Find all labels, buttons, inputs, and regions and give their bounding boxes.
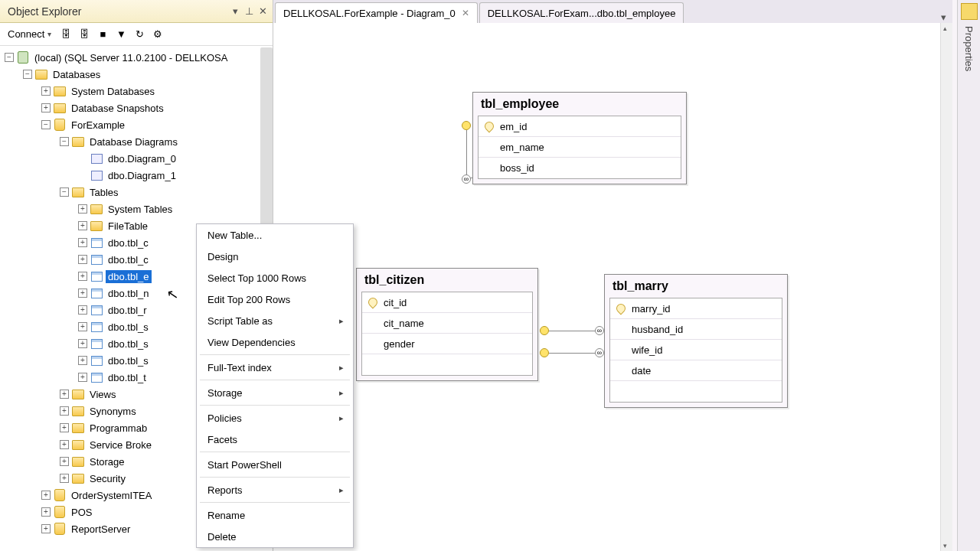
expand-icon[interactable]: + bbox=[41, 524, 51, 533]
databases-node[interactable]: −Databases bbox=[0, 66, 273, 83]
folder-icon bbox=[72, 186, 84, 198]
table-column[interactable]: husband_id bbox=[610, 319, 782, 340]
snapshots-node[interactable]: +Database Snapshots bbox=[0, 99, 273, 116]
collapse-icon[interactable]: − bbox=[60, 137, 69, 146]
properties-label[interactable]: Properties bbox=[963, 26, 975, 71]
table-column[interactable]: cit_name bbox=[362, 313, 532, 334]
server-node[interactable]: −(local) (SQL Server 11.0.2100 - DELLKOS… bbox=[0, 49, 273, 66]
ctx-new-table[interactable]: New Table... bbox=[197, 224, 353, 246]
dbdiag-node[interactable]: −Database Diagrams bbox=[0, 133, 273, 150]
expand-icon[interactable]: + bbox=[78, 255, 87, 264]
database-icon bbox=[54, 119, 66, 131]
expand-icon[interactable]: + bbox=[60, 390, 69, 399]
collapse-icon[interactable]: − bbox=[41, 120, 51, 129]
expand-icon[interactable]: + bbox=[60, 440, 69, 449]
node-label: dbo.tbl_t bbox=[106, 371, 149, 384]
ctx-storage[interactable]: Storage bbox=[197, 382, 353, 403]
diagram-table-marry[interactable]: tbl_marry marry_id husband_id wife_id da… bbox=[604, 274, 788, 408]
ctx-design[interactable]: Design bbox=[197, 246, 353, 267]
folder-icon bbox=[72, 472, 84, 484]
table-column[interactable]: em_name bbox=[479, 137, 681, 158]
table-icon bbox=[90, 354, 103, 367]
expand-icon[interactable]: + bbox=[60, 406, 69, 416]
ctx-edit-top-200[interactable]: Edit Top 200 Rows bbox=[197, 289, 353, 310]
ctx-reports[interactable]: Reports bbox=[197, 479, 353, 500]
ctx-view-dependencies[interactable]: View Dependencies bbox=[197, 331, 353, 353]
ctx-delete[interactable]: Delete bbox=[197, 526, 353, 547]
ctx-policies[interactable]: Policies bbox=[197, 407, 353, 429]
diagram-canvas[interactable]: ∞ ∞ ∞ tbl_employee em_id em_name boss_id… bbox=[273, 23, 952, 551]
table-body: cit_id cit_name gender bbox=[361, 292, 533, 376]
ctx-script-table-as[interactable]: Script Table as bbox=[197, 310, 353, 331]
table-column[interactable]: marry_id bbox=[610, 298, 782, 319]
table-column[interactable] bbox=[610, 381, 782, 402]
forexample-node[interactable]: −ForExample bbox=[0, 116, 273, 133]
tree-scrollbar[interactable] bbox=[260, 47, 273, 231]
table-column[interactable]: wife_id bbox=[610, 340, 782, 360]
expand-icon[interactable]: + bbox=[41, 103, 51, 112]
tab-diagram0[interactable]: DELLKOSAL.ForExample - Diagram_0✕ bbox=[275, 2, 478, 23]
folder-icon bbox=[72, 135, 84, 148]
properties-strip[interactable]: Properties bbox=[957, 0, 980, 551]
collapse-icon[interactable]: − bbox=[60, 187, 69, 197]
collapse-icon[interactable]: − bbox=[5, 53, 14, 62]
tables-node[interactable]: −Tables bbox=[0, 184, 273, 201]
diagram-node[interactable]: dbo.Diagram_1 bbox=[0, 167, 273, 184]
key-spacer bbox=[616, 366, 626, 375]
column-name: wife_id bbox=[632, 344, 662, 356]
expand-icon[interactable]: + bbox=[41, 491, 51, 500]
tab-employee[interactable]: DELLKOSAL.ForExam...dbo.tbl_employee bbox=[479, 2, 684, 23]
toolbox-icon[interactable] bbox=[961, 3, 978, 20]
expand-icon[interactable]: + bbox=[60, 457, 69, 466]
node-label: OrderSystemITEA bbox=[69, 489, 154, 502]
table-column[interactable] bbox=[362, 354, 532, 375]
ctx-fulltext-index[interactable]: Full-Text index bbox=[197, 357, 353, 378]
table-column[interactable]: cit_id bbox=[362, 292, 532, 313]
expand-icon[interactable]: + bbox=[78, 289, 87, 298]
expand-icon[interactable]: + bbox=[78, 272, 87, 281]
ctx-rename[interactable]: Rename bbox=[197, 504, 353, 526]
dropdown-icon[interactable]: ▾ bbox=[230, 6, 240, 17]
expand-icon[interactable]: + bbox=[78, 238, 87, 247]
expand-icon[interactable]: + bbox=[60, 474, 69, 483]
connect-object-icon[interactable]: 🗄 bbox=[59, 28, 73, 41]
close-icon[interactable]: ✕ bbox=[257, 6, 268, 17]
expand-icon[interactable]: + bbox=[60, 423, 69, 432]
filter-icon[interactable]: ▼ bbox=[114, 28, 128, 41]
node-label: Views bbox=[87, 388, 118, 401]
expand-icon[interactable]: + bbox=[78, 339, 87, 348]
ctx-label: New Table... bbox=[207, 230, 262, 241]
ctx-select-top-1000[interactable]: Select Top 1000 Rows bbox=[197, 267, 353, 289]
pin-icon[interactable]: ⊥ bbox=[243, 6, 254, 17]
table-column[interactable]: date bbox=[610, 360, 782, 381]
ctx-start-powershell[interactable]: Start PowerShell bbox=[197, 454, 353, 475]
systables-node[interactable]: +System Tables bbox=[0, 201, 273, 217]
canvas-scrollbar[interactable] bbox=[940, 23, 952, 551]
close-icon[interactable]: ✕ bbox=[462, 8, 469, 18]
table-column[interactable]: boss_id bbox=[479, 158, 681, 178]
sysdb-node[interactable]: +System Databases bbox=[0, 83, 273, 99]
relation-endpoint-icon bbox=[540, 326, 549, 335]
diagram-table-employee[interactable]: tbl_employee em_id em_name boss_id bbox=[472, 92, 687, 184]
diagram-node[interactable]: dbo.Diagram_0 bbox=[0, 150, 273, 167]
expand-icon[interactable]: + bbox=[78, 305, 87, 315]
collapse-icon[interactable]: − bbox=[23, 70, 32, 79]
stop-icon[interactable]: ■ bbox=[96, 28, 109, 41]
diagram-table-citizen[interactable]: tbl_citizen cit_id cit_name gender bbox=[356, 268, 538, 381]
connect-button[interactable]: Connect bbox=[5, 27, 54, 41]
ctx-facets[interactable]: Facets bbox=[197, 429, 353, 450]
expand-icon[interactable]: + bbox=[78, 221, 87, 230]
tab-overflow-icon[interactable]: ▾ bbox=[935, 11, 952, 23]
expand-icon[interactable]: + bbox=[78, 356, 87, 365]
table-column[interactable]: em_id bbox=[479, 116, 681, 137]
expand-icon[interactable]: + bbox=[41, 86, 51, 96]
filter-settings-icon[interactable]: ⚙ bbox=[151, 28, 165, 41]
expand-icon[interactable]: + bbox=[78, 322, 87, 331]
expand-icon[interactable]: + bbox=[78, 373, 87, 382]
table-column[interactable]: gender bbox=[362, 334, 532, 354]
refresh-icon[interactable]: ↻ bbox=[132, 28, 146, 41]
expand-icon[interactable]: + bbox=[78, 204, 87, 214]
expand-icon[interactable]: + bbox=[41, 507, 51, 517]
node-label: dbo.Diagram_1 bbox=[106, 169, 178, 182]
disconnect-icon[interactable]: 🗄 bbox=[77, 28, 91, 41]
